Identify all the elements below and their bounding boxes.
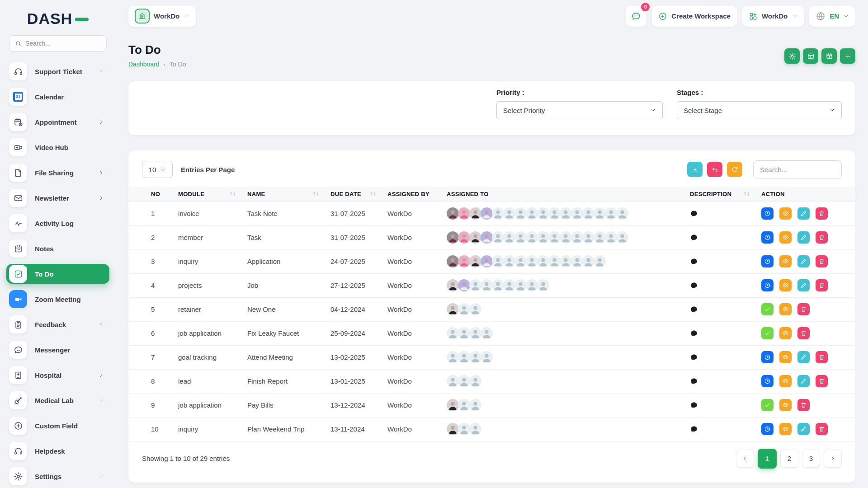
delete-action-button[interactable] <box>797 303 810 315</box>
description-comment-icon[interactable] <box>690 234 761 242</box>
breadcrumb-dashboard-link[interactable]: Dashboard <box>128 61 160 68</box>
settings-button[interactable] <box>784 48 800 64</box>
delete-action-button[interactable] <box>816 255 828 267</box>
sidebar-item-feedback[interactable]: Feedback <box>6 314 109 334</box>
sidebar-search[interactable] <box>9 35 107 52</box>
eye-action-button[interactable] <box>779 423 792 435</box>
edit-action-button[interactable] <box>797 231 810 244</box>
edit-action-button[interactable] <box>797 423 810 435</box>
sidebar-item-notes[interactable]: Notes <box>6 239 109 258</box>
sidebar-item-medical-lab[interactable]: Medical Lab <box>6 390 109 410</box>
column-module[interactable]: MODULE↑↓ <box>178 187 247 202</box>
calendar-view-button[interactable] <box>821 48 837 64</box>
description-comment-icon[interactable] <box>690 425 761 433</box>
clock-action-button[interactable] <box>761 279 774 291</box>
delete-action-button[interactable] <box>816 207 828 220</box>
pagination-page-3[interactable]: 3 <box>802 450 820 468</box>
create-workspace-button[interactable]: Create Workspace <box>652 6 737 27</box>
sidebar-item-appointment[interactable]: Appointment <box>6 112 109 132</box>
avatar-placeholder <box>458 375 470 387</box>
workdo-menu-button[interactable]: WorkDo <box>742 6 804 27</box>
edit-action-button[interactable] <box>797 375 810 387</box>
language-selector[interactable]: EN <box>809 6 855 27</box>
sidebar-item-messenger[interactable]: Messenger <box>6 340 109 360</box>
description-comment-icon[interactable] <box>690 258 761 266</box>
sidebar-item-to-do[interactable]: To Do <box>6 264 109 284</box>
pagination-page-2[interactable]: 2 <box>780 450 798 468</box>
description-comment-icon[interactable] <box>690 353 761 361</box>
pagination-prev[interactable] <box>736 450 754 468</box>
avatar-placeholder <box>469 375 481 387</box>
description-comment-icon[interactable] <box>690 401 761 409</box>
edit-action-button[interactable] <box>797 207 810 220</box>
sidebar-item-video-hub[interactable]: Video Hub <box>6 137 109 157</box>
sidebar-item-hospital[interactable]: Hospital <box>6 365 109 385</box>
pagination-page-1[interactable]: 1 <box>758 449 777 469</box>
stage-select[interactable]: Select Stage <box>677 101 842 119</box>
description-comment-icon[interactable] <box>690 210 761 218</box>
check-action-button[interactable] <box>761 327 774 339</box>
clock-action-button[interactable] <box>761 255 774 267</box>
check-action-button[interactable] <box>761 399 774 411</box>
board-view-button[interactable] <box>803 48 818 64</box>
clock-action-button[interactable] <box>761 351 774 363</box>
sidebar-item-custom-field[interactable]: Custom Field <box>6 416 109 436</box>
workspace-switcher[interactable]: WorkDo <box>128 6 196 27</box>
clock-action-button[interactable] <box>761 423 774 435</box>
eye-action-button[interactable] <box>779 399 792 411</box>
table-search-input[interactable] <box>753 160 842 178</box>
avatar-placeholder <box>616 231 628 244</box>
edit-action-button[interactable] <box>797 255 810 267</box>
delete-action-button[interactable] <box>816 351 828 363</box>
pagination-next[interactable] <box>824 450 842 468</box>
sidebar-item-newsletter[interactable]: Newsletter <box>6 188 109 208</box>
description-comment-icon[interactable] <box>690 282 761 290</box>
eye-action-button[interactable] <box>779 327 792 339</box>
cell-description <box>690 297 761 321</box>
reset-button[interactable] <box>707 162 722 177</box>
row-actions <box>761 303 855 315</box>
sidebar-item-zoom-meeting[interactable]: Zoom Meeting <box>6 289 109 309</box>
delete-action-button[interactable] <box>816 375 828 387</box>
sidebar-search-input[interactable] <box>25 40 101 47</box>
delete-action-button[interactable] <box>797 327 810 339</box>
add-todo-button[interactable] <box>840 48 855 64</box>
sidebar-item-activity-log[interactable]: Activity Log <box>6 213 109 233</box>
clock-action-button[interactable] <box>761 375 774 387</box>
eye-action-button[interactable] <box>779 255 792 267</box>
eye-action-button[interactable] <box>779 279 792 291</box>
eye-action-button[interactable] <box>779 207 792 220</box>
clock-action-button[interactable] <box>761 207 774 220</box>
cell-no: 1 <box>128 202 178 225</box>
avatar-placeholder <box>560 231 572 244</box>
priority-select[interactable]: Select Priority <box>496 101 663 119</box>
sidebar-item-file-sharing[interactable]: File Sharing <box>6 163 109 183</box>
column-description[interactable]: DESCRIPTION↑↓ <box>690 187 761 202</box>
export-button[interactable] <box>687 162 703 177</box>
entries-per-page-select[interactable]: 10 <box>142 161 173 178</box>
delete-action-button[interactable] <box>816 231 828 244</box>
eye-action-button[interactable] <box>779 375 792 387</box>
eye-action-button[interactable] <box>779 231 792 244</box>
description-comment-icon[interactable] <box>690 329 761 338</box>
edit-action-button[interactable] <box>797 279 810 291</box>
sidebar-item-helpdesk[interactable]: Helpdesk <box>6 441 109 461</box>
edit-action-button[interactable] <box>797 351 810 363</box>
board-icon <box>807 52 815 60</box>
messages-button[interactable]: 0 <box>626 6 646 27</box>
eye-action-button[interactable] <box>779 303 792 315</box>
delete-action-button[interactable] <box>797 399 810 411</box>
clock-action-button[interactable] <box>761 231 774 244</box>
delete-action-button[interactable] <box>816 279 828 291</box>
sidebar-item-settings[interactable]: Settings <box>6 466 109 486</box>
description-comment-icon[interactable] <box>690 377 761 385</box>
sidebar-item-support-ticket[interactable]: Support Ticket <box>6 61 109 81</box>
column-name[interactable]: NAME↑↓ <box>247 187 330 202</box>
column-due-date[interactable]: DUE DATE↑↓ <box>330 187 387 202</box>
delete-action-button[interactable] <box>816 423 828 435</box>
description-comment-icon[interactable] <box>690 305 761 314</box>
refresh-button[interactable] <box>727 162 742 177</box>
check-action-button[interactable] <box>761 303 774 315</box>
eye-action-button[interactable] <box>779 351 792 363</box>
sidebar-item-calendar[interactable]: 31Calendar <box>6 87 109 107</box>
